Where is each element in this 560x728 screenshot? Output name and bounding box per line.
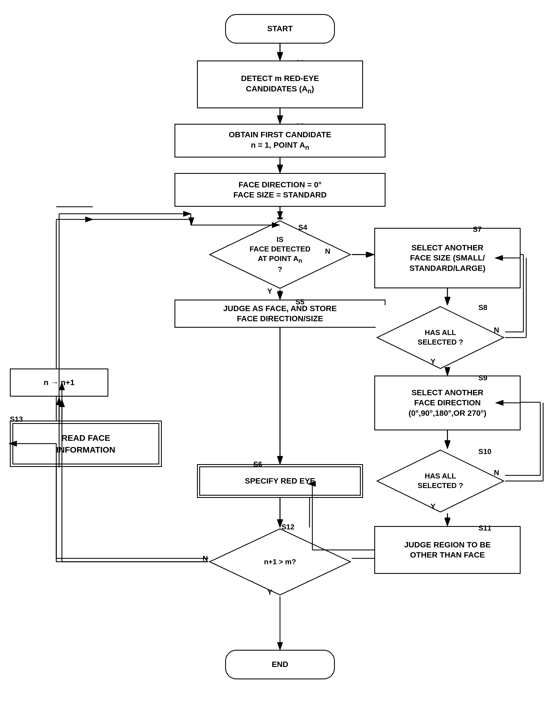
s11-step-label: S11 bbox=[478, 524, 491, 532]
s10-n-label: N bbox=[494, 468, 499, 477]
s8-n-label: N bbox=[494, 326, 499, 335]
start-label: START bbox=[267, 24, 293, 34]
s3-text: FACE DIRECTION = 0°FACE SIZE = STANDARD bbox=[233, 180, 327, 200]
s5-step-label: S5 bbox=[295, 298, 304, 306]
s2-text: OBTAIN FIRST CANDIDATEn = 1, POINT An bbox=[229, 130, 331, 151]
s10-step-label: S10 bbox=[478, 447, 491, 456]
s1-node: DETECT m RED-EYECANDIDATES (An) bbox=[197, 61, 363, 108]
s12-step-label: S12 bbox=[281, 523, 294, 531]
s10-y-label: Y bbox=[431, 502, 435, 511]
s9-node: SELECT ANOTHERFACE DIRECTION(0°,90°,180°… bbox=[374, 375, 521, 430]
s3-node: FACE DIRECTION = 0°FACE SIZE = STANDARD bbox=[174, 173, 386, 207]
n-increment-node: n → n+1 bbox=[10, 368, 108, 396]
s8-text: HAS ALLSELECTED ? bbox=[418, 328, 463, 347]
s12-y-label: Y bbox=[267, 588, 272, 597]
s8-step-label: S8 bbox=[478, 303, 487, 312]
s7-node: SELECT ANOTHERFACE SIZE (SMALL/STANDARD/… bbox=[374, 228, 521, 288]
s13-text: READ FACEINFORMATION bbox=[56, 432, 115, 456]
s10-text: HAS ALLSELECTED ? bbox=[418, 471, 463, 490]
s8-y-label: Y bbox=[431, 357, 435, 366]
s6-step-label: S6 bbox=[253, 460, 262, 469]
s9-text: SELECT ANOTHERFACE DIRECTION(0°,90°,180°… bbox=[409, 387, 487, 418]
s12-text: n+1 > m? bbox=[264, 557, 296, 567]
end-node: END bbox=[225, 650, 335, 679]
n-increment-text: n → n+1 bbox=[44, 377, 75, 387]
start-node: START bbox=[225, 14, 335, 44]
s4-step-label: S4 bbox=[298, 223, 307, 232]
s6-text: SPECIFY RED EYE bbox=[245, 476, 315, 485]
s4-y-label: Y bbox=[267, 287, 272, 296]
s13-step-label: S13 bbox=[10, 415, 23, 423]
s4-n-label: N bbox=[325, 247, 330, 256]
s11-node: JUDGE REGION TO BEOTHER THAN FACE bbox=[374, 526, 521, 574]
s10-node: HAS ALLSELECTED ? bbox=[376, 449, 505, 513]
end-label: END bbox=[272, 659, 288, 669]
s5-node: JUDGE AS FACE, AND STOREFACE DIRECTION/S… bbox=[174, 300, 386, 328]
s7-step-label: S7 bbox=[473, 225, 482, 234]
s6-node: SPECIFY RED EYE bbox=[197, 464, 363, 498]
s1-text: DETECT m RED-EYECANDIDATES (An) bbox=[241, 73, 319, 95]
s12-node: n+1 > m? bbox=[208, 527, 352, 596]
s4-text: ISFACE DETECTEDAT POINT An? bbox=[250, 235, 311, 274]
s2-node: OBTAIN FIRST CANDIDATEn = 1, POINT An bbox=[174, 124, 386, 158]
s11-text: JUDGE REGION TO BEOTHER THAN FACE bbox=[404, 540, 491, 560]
s13-node: READ FACEINFORMATION bbox=[10, 420, 162, 467]
s12-n-label: N bbox=[203, 554, 208, 563]
s8-node: HAS ALLSELECTED ? bbox=[376, 305, 505, 370]
s7-text: SELECT ANOTHERFACE SIZE (SMALL/STANDARD/… bbox=[409, 243, 485, 274]
s9-step-label: S9 bbox=[478, 373, 487, 382]
s5-text: JUDGE AS FACE, AND STOREFACE DIRECTION/S… bbox=[223, 304, 337, 324]
